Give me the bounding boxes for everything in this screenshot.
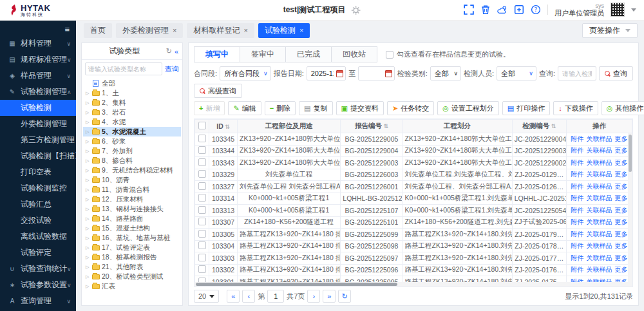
row-checkbox[interactable] bbox=[198, 230, 206, 238]
tree-item[interactable]: ▷ 9、无机结合料稳定材料 bbox=[83, 165, 181, 175]
sidebar-item[interactable]: 离线试验数据 bbox=[0, 229, 76, 245]
tree-item[interactable]: ▷ 8、掺合料 bbox=[83, 156, 181, 165]
status-tab[interactable]: 回收站 bbox=[331, 46, 377, 62]
sidebar-item[interactable]: ∪ 试验查询统计 bbox=[0, 261, 76, 277]
table-row[interactable]: 103345 ZK13+920~ZK14+180郭大大单位工程 BG-20251… bbox=[195, 133, 632, 146]
tree-expander-icon[interactable]: ▷ bbox=[86, 207, 90, 212]
attachment-link[interactable]: 附件 bbox=[571, 159, 583, 166]
attachment-link[interactable]: 附件 bbox=[571, 231, 583, 238]
sidebar-item[interactable]: 试验评定 bbox=[0, 245, 76, 261]
table-row[interactable]: 103344 ZK13+920~ZK14+180郭大大单位工程 BG-20251… bbox=[195, 145, 632, 157]
calendar-icon[interactable] bbox=[336, 70, 343, 77]
related-sample-link[interactable]: 关联样品 bbox=[586, 159, 612, 166]
column-code[interactable]: 检测编号 bbox=[512, 120, 566, 133]
row-checkbox[interactable] bbox=[198, 170, 206, 178]
tree-item[interactable]: ▷ 10、沥青 bbox=[83, 175, 181, 185]
sidebar-collapse-icon[interactable]: ≡ bbox=[58, 23, 76, 35]
table-row[interactable]: 103307 ZK14+180~K56+200隧道工程 BG-202512251… bbox=[195, 216, 632, 229]
tree-item[interactable]: ▷ 12、压浆材料 bbox=[83, 194, 181, 204]
toolbar-button[interactable]: 新增 bbox=[194, 101, 225, 115]
tree-item[interactable]: ▷ 18、桩基检测报告 bbox=[83, 252, 181, 262]
more-link[interactable]: 更多 bbox=[614, 194, 627, 202]
tree-expander-icon[interactable]: ▷ bbox=[86, 168, 90, 173]
table-row[interactable]: 103313 K0+000~k1+005桥梁工程1 BG-20251225107… bbox=[195, 205, 632, 217]
related-sample-link[interactable]: 关联样品 bbox=[586, 207, 612, 214]
related-sample-link[interactable]: 关联样品 bbox=[586, 135, 612, 142]
attachment-link[interactable]: 附件 bbox=[571, 266, 583, 273]
tree-item[interactable]: ▷ 21、其他附表 bbox=[83, 262, 181, 272]
toolbar-button[interactable]: 提交资料 bbox=[336, 101, 384, 115]
sidebar-item[interactable]: 试验检测【扫描】 bbox=[0, 148, 76, 164]
tree-expander-icon[interactable]: ▷ bbox=[86, 187, 90, 193]
more-link[interactable]: 更多 bbox=[614, 266, 627, 273]
tree-item[interactable]: ▷ 20、桥试验类型测试 bbox=[83, 272, 181, 281]
tree-expander-icon[interactable]: ▷ bbox=[86, 245, 90, 250]
tree-item[interactable]: ▷ 15、混凝土结构 bbox=[83, 223, 181, 233]
tree-expander-icon[interactable]: ▷ bbox=[86, 274, 90, 279]
table-row[interactable]: 103305 路基工程ZK13+920~ZK14+180 排水工程2 5边沟 B… bbox=[195, 229, 632, 241]
row-checkbox[interactable] bbox=[198, 206, 206, 214]
vertical-scrollbar[interactable] bbox=[628, 133, 632, 282]
table-row[interactable]: 103301 路基工程ZK13+920~ZK14+180 排水工程2 5边沟 B… bbox=[195, 276, 632, 283]
user-menu-caret-icon[interactable] bbox=[631, 8, 636, 12]
tree-item[interactable]: ▷ 汇表 bbox=[83, 281, 181, 291]
sidebar-item[interactable]: 试验检测监控 bbox=[0, 180, 76, 196]
weather-icon[interactable] bbox=[497, 5, 507, 15]
sidebar-item[interactable]: ∗ 试验参数设置 bbox=[0, 277, 76, 293]
attachment-link[interactable]: 附件 bbox=[571, 207, 583, 214]
advanced-query-button[interactable]: 高级查询 bbox=[194, 84, 242, 98]
tree-expander-icon[interactable]: ▷ bbox=[86, 91, 90, 96]
tree-expander-icon[interactable]: ▷ bbox=[86, 284, 90, 289]
sidebar-item[interactable]: 第三方检测管理 bbox=[0, 132, 76, 148]
tree-refresh-icon[interactable]: ↻ bbox=[166, 47, 172, 55]
first-page-button[interactable]: « bbox=[227, 290, 240, 303]
trash-icon[interactable] bbox=[480, 5, 491, 15]
tree-expander-icon[interactable]: ▷ bbox=[86, 178, 90, 183]
attachment-link[interactable]: 附件 bbox=[571, 242, 583, 249]
report-date-to-field[interactable] bbox=[358, 66, 395, 80]
keyword-search-input[interactable] bbox=[558, 66, 596, 80]
tree-item[interactable]: ▷ 16、基坑、地基与基桩 bbox=[83, 233, 181, 243]
sample-change-checkbox[interactable] bbox=[386, 51, 393, 59]
tree-search-input[interactable] bbox=[85, 62, 162, 75]
column-report[interactable]: 报告编号 bbox=[341, 120, 402, 133]
toolbar-button[interactable]: 其他操作 bbox=[601, 101, 644, 115]
table-row[interactable]: 103302 路基工程ZK13+920~ZK14+180 排水工程2 5边沟 B… bbox=[195, 264, 632, 276]
more-link[interactable]: 更多 bbox=[614, 207, 627, 214]
status-tab[interactable]: 已完成 bbox=[285, 46, 332, 62]
table-row[interactable]: 103343 ZK13+920~ZK14+180郭大大单位工程 BG-20251… bbox=[195, 157, 632, 169]
report-date-from-input[interactable] bbox=[311, 70, 334, 77]
next-page-button[interactable]: › bbox=[307, 290, 320, 303]
row-checkbox[interactable] bbox=[198, 182, 206, 190]
user-avatar[interactable] bbox=[611, 3, 625, 17]
toolbar-button[interactable]: 任务转交 bbox=[387, 101, 434, 115]
tree-item[interactable]: ▷ 2、集料 bbox=[83, 98, 181, 108]
related-sample-link[interactable]: 关联样品 bbox=[586, 266, 612, 273]
tab-close-icon[interactable]: × bbox=[299, 26, 303, 34]
sidebar-item[interactable]: 外委检测管理 bbox=[0, 116, 76, 132]
more-link[interactable]: 更多 bbox=[614, 254, 627, 261]
tree-item[interactable]: ▷ 4、水泥 bbox=[83, 117, 181, 127]
tab-close-icon[interactable]: × bbox=[243, 26, 247, 34]
row-checkbox[interactable] bbox=[198, 194, 206, 202]
category-select[interactable]: 全部 ∨ bbox=[430, 66, 461, 80]
tree-item[interactable]: ▷ 5、水泥混凝土 bbox=[83, 127, 181, 137]
page-tab[interactable]: 首页 × bbox=[84, 23, 112, 38]
related-sample-link[interactable]: 关联样品 bbox=[586, 231, 612, 238]
tree-expander-icon[interactable]: ▷ bbox=[86, 149, 90, 154]
status-tab[interactable]: 签审中 bbox=[240, 46, 286, 62]
tree-item[interactable]: ▷ 14、路基路面 bbox=[83, 214, 181, 223]
help-icon[interactable]: ? bbox=[531, 5, 541, 15]
select-all-checkbox[interactable] bbox=[198, 122, 206, 129]
tree-expander-icon[interactable]: ▷ bbox=[86, 120, 90, 125]
search-button[interactable]: 查询 bbox=[599, 66, 633, 80]
more-link[interactable]: 更多 bbox=[614, 159, 627, 166]
row-checkbox[interactable] bbox=[198, 241, 206, 249]
row-checkbox[interactable] bbox=[198, 265, 206, 273]
related-sample-link[interactable]: 关联样品 bbox=[586, 218, 612, 225]
attachment-link[interactable]: 附件 bbox=[571, 147, 583, 154]
row-checkbox[interactable] bbox=[198, 218, 206, 225]
tree-expander-icon[interactable]: ▷ bbox=[86, 139, 90, 144]
more-link[interactable]: 更多 bbox=[614, 231, 627, 238]
sidebar-item[interactable]: ▦ 材料管理 bbox=[0, 35, 76, 52]
